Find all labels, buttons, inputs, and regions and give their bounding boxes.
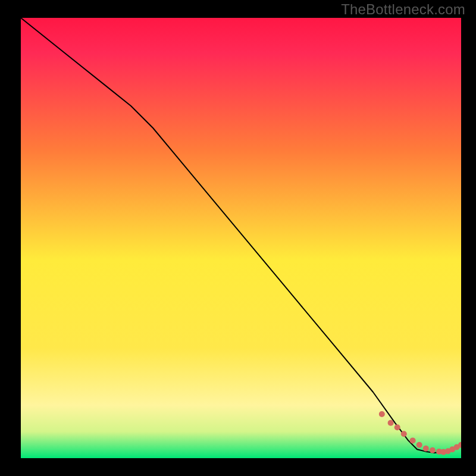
- plot-svg: [21, 18, 461, 458]
- data-point: [401, 431, 407, 437]
- chart-stage: TheBottleneck.com: [0, 0, 476, 476]
- gradient-background: [21, 18, 461, 458]
- data-point: [423, 446, 429, 452]
- data-point: [430, 447, 436, 453]
- data-point: [416, 442, 422, 448]
- data-point: [410, 437, 416, 443]
- data-point: [394, 424, 400, 430]
- data-point: [379, 411, 385, 417]
- watermark-text: TheBottleneck.com: [341, 1, 465, 18]
- plot-area: [21, 18, 461, 458]
- data-point: [388, 420, 394, 426]
